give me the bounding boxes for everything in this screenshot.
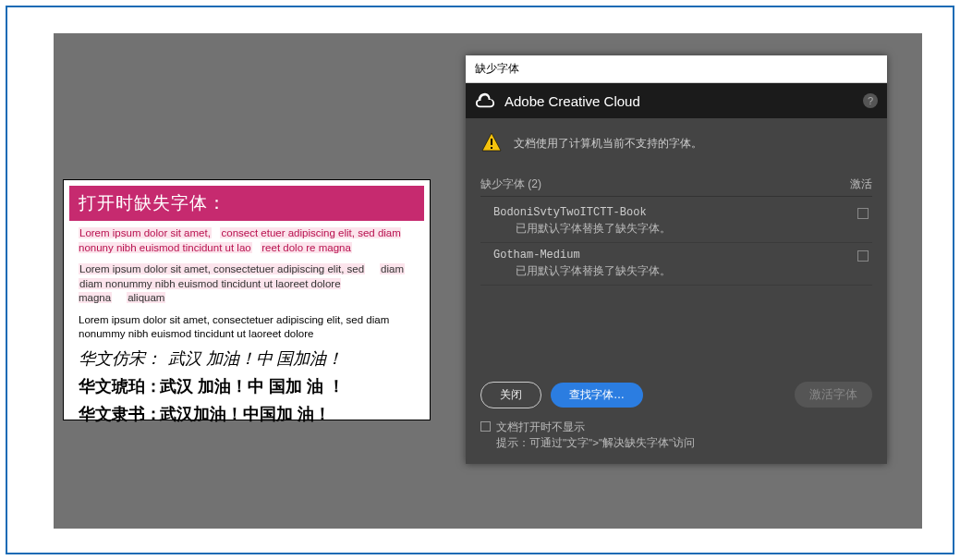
missing-fonts-dialog: 缺少字体 Adobe Creative Cloud ? 文档使用了计算机当前不支… — [466, 55, 887, 464]
cjk-line-2: 华文琥珀：武汉 加油！中 国加 油 ！ — [79, 375, 415, 397]
dont-show-label: 文档打开时不显示 — [496, 420, 695, 435]
font-substitution-note: 已用默认字体替换了缺失字体。 — [493, 221, 857, 237]
warning-text: 文档使用了计算机当前不支持的字体。 — [514, 136, 702, 152]
svg-rect-0 — [491, 139, 492, 145]
document-preview: 打开时缺失字体： Lorem ipsum dolor sit amet, con… — [63, 179, 431, 420]
outer-frame: 打开时缺失字体： Lorem ipsum dolor sit amet, con… — [6, 6, 954, 554]
close-button[interactable]: 关闭 — [480, 382, 541, 408]
dialog-header-title: Adobe Creative Cloud — [504, 93, 854, 109]
creative-cloud-icon — [475, 91, 495, 111]
warning-icon — [480, 131, 503, 156]
activate-checkbox[interactable] — [857, 208, 869, 219]
cjk-line-3: 华文隶书：武汉加油！中国加 油！ — [79, 403, 415, 425]
activate-checkbox[interactable] — [857, 250, 869, 262]
font-substitution-note: 已用默认字体替换了缺失字体。 — [493, 263, 857, 279]
doc-paragraph-1: Lorem ipsum dolor sit amet, consect etue… — [69, 221, 424, 257]
dont-show-checkbox[interactable] — [480, 421, 491, 432]
font-item[interactable]: Gotham-Medium 已用默认字体替换了缺失字体。 — [480, 243, 872, 286]
help-button[interactable]: ? — [863, 93, 878, 108]
hint-text: 提示：可通过"文字">"解决缺失字体"访问 — [496, 435, 695, 451]
doc-paragraph-3: Lorem ipsum dolor sit amet, consectetuer… — [69, 308, 424, 344]
font-item[interactable]: BodoniSvtyTwoITCTT-Book 已用默认字体替换了缺失字体。 — [480, 201, 872, 243]
doc-paragraph-2: Lorem ipsum dolor sit amet, consectetuer… — [69, 257, 424, 308]
dialog-titlebar[interactable]: 缺少字体 — [466, 55, 887, 83]
cjk-line-1: 华文仿宋： 武汉 加油！中 国加油！ — [79, 347, 415, 370]
dialog-header: Adobe Creative Cloud ? — [466, 83, 887, 118]
find-fonts-button[interactable]: 查找字体… — [551, 383, 643, 408]
font-name: Gotham-Medium — [493, 249, 857, 262]
font-list-header: 缺少字体 (2) 激活 — [480, 173, 872, 197]
doc-title: 打开时缺失字体： — [69, 186, 424, 221]
font-name: BodoniSvtyTwoITCTT-Book — [493, 206, 857, 219]
warning-row: 文档使用了计算机当前不支持的字体。 — [480, 131, 872, 156]
svg-rect-1 — [491, 147, 492, 149]
activate-fonts-button[interactable]: 激活字体 — [795, 382, 872, 408]
font-list: BodoniSvtyTwoITCTT-Book 已用默认字体替换了缺失字体。 G… — [480, 201, 872, 363]
